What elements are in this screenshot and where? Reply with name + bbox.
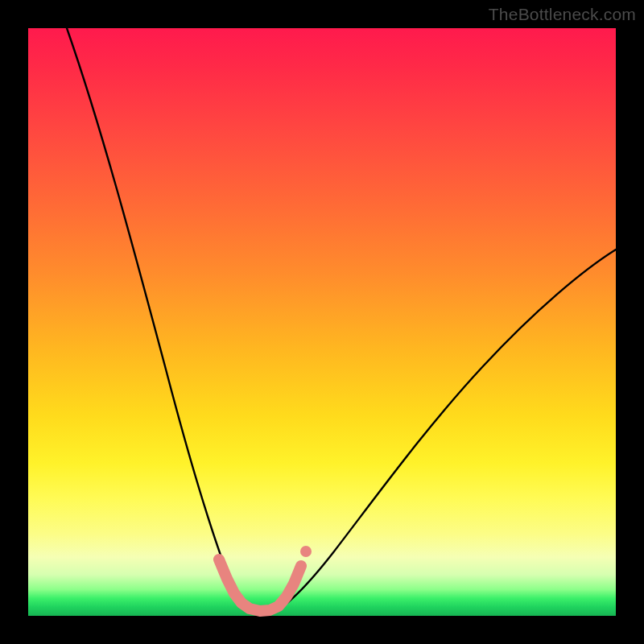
residual-path — [219, 559, 301, 611]
chart-svg — [28, 28, 616, 616]
plot-area — [28, 28, 616, 616]
left-curve — [67, 28, 244, 609]
watermark-text: TheBottleneck.com — [489, 5, 636, 24]
right-curve — [270, 250, 616, 614]
chart-frame: TheBottleneck.com — [0, 0, 644, 644]
residual-dot — [300, 546, 312, 557]
